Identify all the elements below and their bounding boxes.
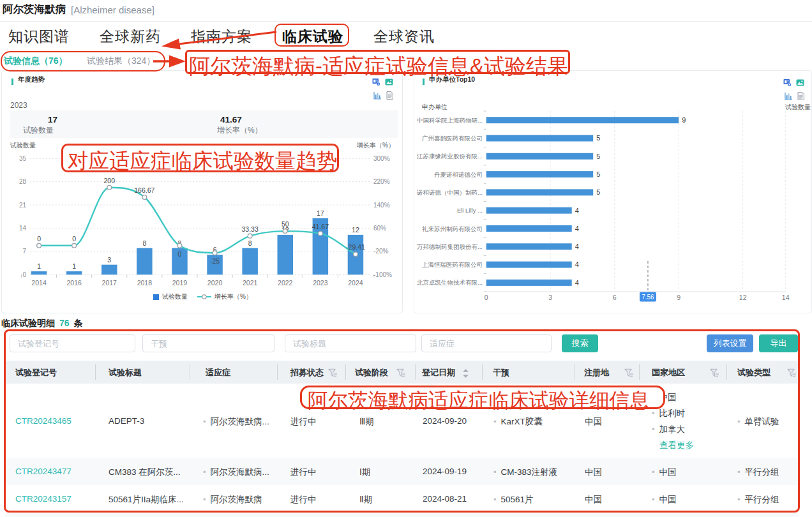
nav-tab-global-news[interactable]: 全球资讯 <box>373 27 435 47</box>
annotation-box-table-outline <box>4 329 800 513</box>
svg-text:300%: 300% <box>373 155 390 162</box>
stat-growth-rate-value: 41.67 <box>220 115 242 124</box>
sponsor-bar-4[interactable] <box>486 171 594 177</box>
annotation-box-subtab-note: 阿尔茨海默病-适应症试验信息&试验结果 <box>185 50 570 74</box>
sponsor-bar-1[interactable] <box>486 117 679 123</box>
svg-text:200: 200 <box>103 177 115 184</box>
trend-bar-2018[interactable] <box>137 248 153 275</box>
svg-text:21: 21 <box>19 202 27 209</box>
document-icon[interactable] <box>386 91 394 99</box>
annual-trend-panel: 年度趋势 2023 17 试验数量 41.67 增长率（%） 试验数量 增长率（… <box>1 70 403 313</box>
trend-bar-2014[interactable] <box>31 271 47 274</box>
growth-point-2017[interactable] <box>107 185 112 190</box>
svg-text:7: 7 <box>22 248 26 255</box>
svg-text:7.56: 7.56 <box>642 294 654 301</box>
arrow-to-subtabs-head <box>162 39 181 50</box>
trend-left-axis-name: 试验数量 <box>10 141 36 150</box>
legend-label: 试验数量 <box>162 292 188 301</box>
sponsor-bar-3[interactable] <box>486 153 594 160</box>
svg-text:2020: 2020 <box>207 279 223 287</box>
trend-right-axis-name: 增长率（%） <box>357 141 395 150</box>
trend-stat-band: 17 试验数量 41.67 增长率（%） <box>10 110 398 138</box>
growth-point-2016[interactable] <box>72 243 77 248</box>
svg-text:5: 5 <box>596 153 600 160</box>
svg-text:-20%: -20% <box>373 248 388 255</box>
sponsor-bar-7[interactable] <box>486 225 572 232</box>
growth-point-2020[interactable] <box>213 251 217 255</box>
sponsor-bar-6[interactable] <box>486 207 572 214</box>
svg-text:12: 12 <box>739 294 747 301</box>
svg-text:14: 14 <box>19 225 27 232</box>
svg-text:2017: 2017 <box>102 279 117 287</box>
trend-bar-2021[interactable] <box>242 248 258 275</box>
legend-line-swatch <box>197 294 211 300</box>
svg-text:4: 4 <box>575 207 579 214</box>
svg-text:5: 5 <box>596 188 600 196</box>
table-row-count: 76 <box>57 318 71 328</box>
stat-growth-rate-label: 增长率（%） <box>217 125 262 136</box>
sponsor-bar-9[interactable] <box>486 262 572 268</box>
panel-title-marker <box>11 79 13 85</box>
growth-point-2014[interactable] <box>37 243 41 248</box>
annotation-trend-note-text: 对应适应症临床试验数量趋势 <box>68 147 338 176</box>
svg-text:2019: 2019 <box>172 279 188 287</box>
trend-year-label: 2023 <box>10 101 27 110</box>
table-count-unit: 条 <box>73 318 82 328</box>
growth-point-2018[interactable] <box>142 195 147 200</box>
svg-text:166.67: 166.67 <box>134 186 154 194</box>
growth-point-2022[interactable] <box>283 229 287 234</box>
svg-text:60%: 60% <box>373 225 386 232</box>
sponsor-bar-10[interactable] <box>486 280 572 286</box>
svg-text:140%: 140% <box>373 202 390 209</box>
trend-bar-2017[interactable] <box>102 265 117 275</box>
legend-growth-rate[interactable]: 增长率（%） <box>197 292 252 301</box>
svg-text:3: 3 <box>107 256 111 264</box>
table-section-heading: 临床试验明细 76 条 <box>1 318 82 329</box>
svg-text:-29.41: -29.41 <box>346 243 365 251</box>
svg-text:2018: 2018 <box>137 279 153 287</box>
legend-bar-swatch <box>153 294 159 300</box>
ppt-settings-icon[interactable] <box>783 78 792 86</box>
svg-text:8: 8 <box>142 239 146 247</box>
svg-text:丹麦诺和诺德公司: 丹麦诺和诺德公司 <box>434 171 483 178</box>
svg-text:2023: 2023 <box>313 279 328 287</box>
svg-text:9: 9 <box>677 294 680 301</box>
svg-text:江苏康缘药业股份有限...: 江苏康缘药业股份有限... <box>416 153 483 160</box>
annotation-box-trend-note: 对应适应症临床试验数量趋势 <box>61 144 339 172</box>
sponsor-top10-panel: 申办单位Top10 申办单位 试验数量 03691214中国科学院上海药物研..… <box>414 70 812 313</box>
legend-trial-count[interactable]: 试验数量 <box>153 292 188 301</box>
svg-text:2014: 2014 <box>31 279 47 287</box>
sponsor-bar-2[interactable] <box>486 135 594 142</box>
svg-text:-25: -25 <box>210 257 220 265</box>
svg-text:17: 17 <box>317 209 324 217</box>
growth-point-2024[interactable] <box>354 252 358 257</box>
svg-text:4: 4 <box>575 225 579 232</box>
arrow-to-note-head <box>169 56 186 68</box>
svg-text:5: 5 <box>596 170 600 178</box>
legend-label: 增长率（%） <box>214 292 252 301</box>
svg-text:2022: 2022 <box>278 279 293 287</box>
svg-text:2024: 2024 <box>348 279 363 287</box>
svg-text:上海恒瑞医药有限公司: 上海恒瑞医药有限公司 <box>422 261 483 268</box>
sponsor-top10-chart: 03691214中国科学院上海药物研...9广州喜鹊医药有限公司5江苏康缘药业股… <box>414 110 812 308</box>
image-icon[interactable] <box>796 78 804 86</box>
trend-bar-2022[interactable] <box>278 235 294 274</box>
table-heading-text: 临床试验明细 <box>1 318 55 328</box>
growth-point-2021[interactable] <box>248 234 252 238</box>
document-icon[interactable] <box>797 91 805 100</box>
svg-text:广州喜鹊医药有限公司: 广州喜鹊医药有限公司 <box>422 135 483 142</box>
stat-trial-count-label: 试验数量 <box>23 125 54 136</box>
sponsor-bar-8[interactable] <box>486 243 572 250</box>
svg-text:0: 0 <box>72 235 76 243</box>
svg-text:41.67: 41.67 <box>312 223 329 230</box>
svg-text:0: 0 <box>178 250 182 258</box>
table-row-4-clipped <box>5 512 799 517</box>
bar-chart-icon[interactable] <box>785 91 793 100</box>
annotation-subtab-note-text: 阿尔茨海默病-适应症试验信息&试验结果 <box>189 52 568 81</box>
svg-text:4: 4 <box>575 243 579 250</box>
trend-bar-2016[interactable] <box>66 271 82 274</box>
growth-point-2019[interactable] <box>177 243 182 248</box>
bar-chart-icon[interactable] <box>373 91 382 99</box>
sponsor-bar-5[interactable] <box>486 189 594 195</box>
growth-point-2023[interactable] <box>318 231 322 236</box>
